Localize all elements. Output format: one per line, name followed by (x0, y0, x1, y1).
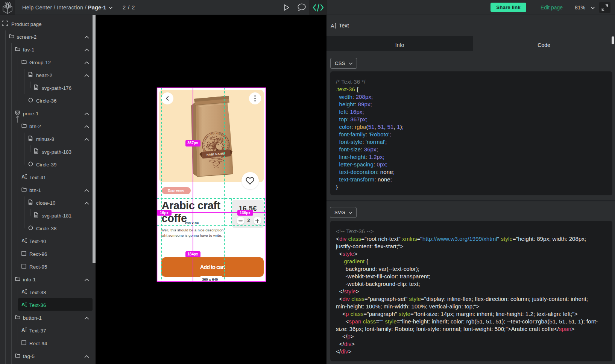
svg-text:A: A (21, 238, 25, 243)
svg-text:A: A (21, 174, 25, 179)
svg-text:A: A (21, 302, 25, 307)
svg-text:A: A (21, 327, 25, 332)
svg-text:A: A (331, 23, 334, 29)
svg-text:A: A (21, 289, 25, 294)
